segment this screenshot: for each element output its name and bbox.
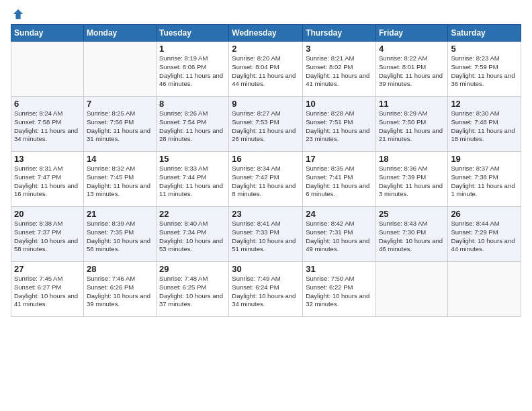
day-info: Sunrise: 8:33 AM Sunset: 7:44 PM Dayligh… [159,165,226,199]
day-number: 4 [379,44,445,54]
week-row-5: 27Sunrise: 7:45 AM Sunset: 6:27 PM Dayli… [11,262,521,317]
calendar-cell: 22Sunrise: 8:40 AM Sunset: 7:34 PM Dayli… [157,207,229,262]
day-number: 10 [306,99,373,109]
calendar-cell: 10Sunrise: 8:28 AM Sunset: 7:51 PM Dayli… [303,97,376,152]
week-row-4: 20Sunrise: 8:38 AM Sunset: 7:37 PM Dayli… [11,207,521,262]
calendar-cell: 5Sunrise: 8:23 AM Sunset: 7:59 PM Daylig… [448,42,521,97]
day-number: 1 [159,44,226,54]
calendar-cell: 31Sunrise: 7:50 AM Sunset: 6:22 PM Dayli… [303,262,376,317]
day-info: Sunrise: 8:22 AM Sunset: 8:01 PM Dayligh… [379,54,445,89]
day-info: Sunrise: 8:23 AM Sunset: 7:59 PM Dayligh… [451,54,518,89]
day-number: 23 [232,209,300,219]
day-info: Sunrise: 8:26 AM Sunset: 7:54 PM Dayligh… [159,109,226,144]
day-info: Sunrise: 8:36 AM Sunset: 7:39 PM Dayligh… [379,165,445,199]
calendar-cell: 13Sunrise: 8:31 AM Sunset: 7:47 PM Dayli… [11,152,84,207]
calendar-cell: 1Sunrise: 8:19 AM Sunset: 8:06 PM Daylig… [157,42,229,97]
day-info: Sunrise: 7:45 AM Sunset: 6:27 PM Dayligh… [14,275,81,309]
weekday-sunday: Sunday [11,25,84,42]
day-number: 31 [306,264,373,274]
day-info: Sunrise: 8:32 AM Sunset: 7:45 PM Dayligh… [87,165,153,199]
calendar-cell: 29Sunrise: 7:48 AM Sunset: 6:25 PM Dayli… [157,262,229,317]
weekday-friday: Friday [375,25,447,42]
day-info: Sunrise: 8:25 AM Sunset: 7:56 PM Dayligh… [87,109,153,144]
day-number: 17 [306,154,373,164]
calendar-cell: 21Sunrise: 8:39 AM Sunset: 7:35 PM Dayli… [83,207,156,262]
calendar-cell: 25Sunrise: 8:43 AM Sunset: 7:30 PM Dayli… [375,207,447,262]
calendar-cell [11,42,84,97]
day-info: Sunrise: 8:27 AM Sunset: 7:53 PM Dayligh… [232,109,300,144]
calendar-cell: 12Sunrise: 8:30 AM Sunset: 7:48 PM Dayli… [448,97,521,152]
calendar-cell [448,262,521,317]
day-info: Sunrise: 8:21 AM Sunset: 8:02 PM Dayligh… [306,54,373,89]
day-info: Sunrise: 7:46 AM Sunset: 6:26 PM Dayligh… [87,275,153,309]
day-number: 3 [306,44,373,54]
day-info: Sunrise: 8:31 AM Sunset: 7:47 PM Dayligh… [14,165,81,199]
calendar-cell: 16Sunrise: 8:34 AM Sunset: 7:42 PM Dayli… [229,152,303,207]
day-number: 2 [232,44,300,54]
day-number: 16 [232,154,300,164]
day-info: Sunrise: 8:39 AM Sunset: 7:35 PM Dayligh… [87,220,153,254]
calendar-cell: 2Sunrise: 8:20 AM Sunset: 8:04 PM Daylig… [229,42,303,97]
calendar-cell: 6Sunrise: 8:24 AM Sunset: 7:58 PM Daylig… [11,97,84,152]
header [11,8,521,20]
logo [11,8,24,20]
day-number: 25 [379,209,445,219]
calendar-cell: 8Sunrise: 8:26 AM Sunset: 7:54 PM Daylig… [157,97,229,152]
week-row-2: 6Sunrise: 8:24 AM Sunset: 7:58 PM Daylig… [11,97,521,152]
calendar: SundayMondayTuesdayWednesdayThursdayFrid… [11,24,521,317]
calendar-cell: 19Sunrise: 8:37 AM Sunset: 7:38 PM Dayli… [448,152,521,207]
calendar-cell: 4Sunrise: 8:22 AM Sunset: 8:01 PM Daylig… [375,42,447,97]
calendar-cell: 26Sunrise: 8:44 AM Sunset: 7:29 PM Dayli… [448,207,521,262]
day-info: Sunrise: 8:37 AM Sunset: 7:38 PM Dayligh… [451,165,518,199]
calendar-cell: 17Sunrise: 8:35 AM Sunset: 7:41 PM Dayli… [303,152,376,207]
day-info: Sunrise: 8:38 AM Sunset: 7:37 PM Dayligh… [14,220,81,254]
calendar-cell: 27Sunrise: 7:45 AM Sunset: 6:27 PM Dayli… [11,262,84,317]
calendar-cell: 30Sunrise: 7:49 AM Sunset: 6:24 PM Dayli… [229,262,303,317]
day-info: Sunrise: 8:30 AM Sunset: 7:48 PM Dayligh… [451,109,518,144]
day-number: 13 [14,154,81,164]
day-info: Sunrise: 8:42 AM Sunset: 7:31 PM Dayligh… [306,220,373,254]
day-info: Sunrise: 8:20 AM Sunset: 8:04 PM Dayligh… [232,54,300,89]
day-info: Sunrise: 8:34 AM Sunset: 7:42 PM Dayligh… [232,165,300,199]
day-number: 11 [379,99,445,109]
week-row-1: 1Sunrise: 8:19 AM Sunset: 8:06 PM Daylig… [11,42,521,97]
calendar-cell: 23Sunrise: 8:41 AM Sunset: 7:33 PM Dayli… [229,207,303,262]
day-info: Sunrise: 7:50 AM Sunset: 6:22 PM Dayligh… [306,275,373,309]
weekday-header-row: SundayMondayTuesdayWednesdayThursdayFrid… [11,25,521,42]
day-info: Sunrise: 7:48 AM Sunset: 6:25 PM Dayligh… [159,275,226,309]
calendar-cell: 7Sunrise: 8:25 AM Sunset: 7:56 PM Daylig… [83,97,156,152]
day-number: 7 [87,99,153,109]
day-number: 21 [87,209,153,219]
calendar-cell: 14Sunrise: 8:32 AM Sunset: 7:45 PM Dayli… [83,152,156,207]
day-number: 14 [87,154,153,164]
day-number: 9 [232,99,300,109]
day-number: 5 [451,44,518,54]
day-info: Sunrise: 8:24 AM Sunset: 7:58 PM Dayligh… [14,109,81,144]
logo-icon [12,8,24,20]
weekday-wednesday: Wednesday [229,25,303,42]
calendar-cell: 18Sunrise: 8:36 AM Sunset: 7:39 PM Dayli… [375,152,447,207]
calendar-cell: 3Sunrise: 8:21 AM Sunset: 8:02 PM Daylig… [303,42,376,97]
day-number: 19 [451,154,518,164]
day-info: Sunrise: 8:44 AM Sunset: 7:29 PM Dayligh… [451,220,518,254]
calendar-cell [375,262,447,317]
day-info: Sunrise: 8:29 AM Sunset: 7:50 PM Dayligh… [379,109,445,144]
calendar-cell: 15Sunrise: 8:33 AM Sunset: 7:44 PM Dayli… [157,152,229,207]
day-number: 26 [451,209,518,219]
weekday-saturday: Saturday [448,25,521,42]
calendar-cell: 24Sunrise: 8:42 AM Sunset: 7:31 PM Dayli… [303,207,376,262]
day-number: 24 [306,209,373,219]
calendar-cell: 20Sunrise: 8:38 AM Sunset: 7:37 PM Dayli… [11,207,84,262]
day-info: Sunrise: 8:28 AM Sunset: 7:51 PM Dayligh… [306,109,373,144]
day-number: 15 [159,154,226,164]
day-number: 27 [14,264,81,274]
day-number: 6 [14,99,81,109]
day-info: Sunrise: 8:43 AM Sunset: 7:30 PM Dayligh… [379,220,445,254]
day-number: 12 [451,99,518,109]
day-number: 28 [87,264,153,274]
week-row-3: 13Sunrise: 8:31 AM Sunset: 7:47 PM Dayli… [11,152,521,207]
calendar-cell [83,42,156,97]
day-info: Sunrise: 8:40 AM Sunset: 7:34 PM Dayligh… [159,220,226,254]
weekday-thursday: Thursday [303,25,376,42]
day-number: 29 [159,264,226,274]
